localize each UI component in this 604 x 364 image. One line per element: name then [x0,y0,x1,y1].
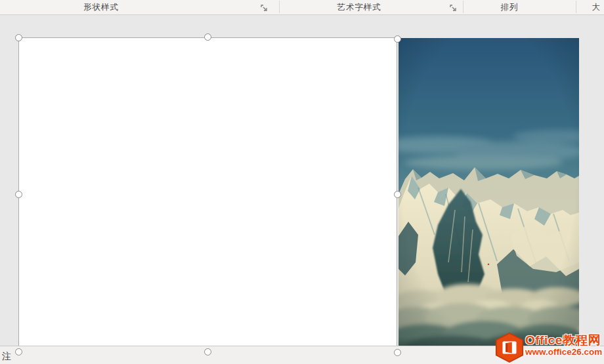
mountain-photo-art [399,38,579,354]
ribbon-group-arrange: 排列 [501,2,519,13]
selection-handle-middle-right[interactable] [394,191,401,198]
selected-rectangle-shape[interactable] [18,37,397,352]
slide-canvas[interactable] [0,15,604,346]
mountain-photo[interactable] [399,38,579,354]
watermark-text: Office教程网 www.office26.com [525,333,604,357]
ribbon-group-size-truncated: 大 [592,2,601,13]
ribbon-group-shape-styles: 形状样式 [83,2,119,13]
group-divider [576,1,576,13]
office-logo-icon [495,332,524,363]
selection-handle-bottom-middle[interactable] [204,348,211,355]
shape-styles-dialog-launcher-icon[interactable] [261,4,270,13]
ribbon-group-strip: 形状样式 艺术字样式 排列 大 [0,0,604,15]
selection-handle-middle-left[interactable] [15,191,22,198]
selection-handle-top-middle[interactable] [204,33,211,41]
notes-label: 注 [2,351,11,363]
selection-handle-bottom-right[interactable] [394,349,401,356]
watermark-title: Office教程网 [525,333,604,347]
watermark-url: www.office26.com [525,347,604,357]
powerpoint-window: 形状样式 艺术字样式 排列 大 [0,0,604,364]
group-divider [463,1,464,13]
ribbon-group-wordart-styles: 艺术字样式 [337,2,381,13]
wordart-styles-dialog-launcher-icon[interactable] [450,4,459,13]
group-divider [279,1,280,13]
watermark: Office教程网 www.office26.com [495,331,604,364]
selection-handle-top-left[interactable] [15,34,22,41]
selection-handle-bottom-left[interactable] [15,348,22,355]
selection-handle-top-right[interactable] [394,35,401,43]
